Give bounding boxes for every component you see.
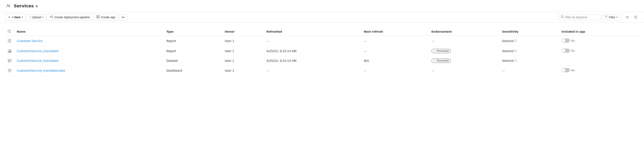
pipeline-button[interactable]: Create deployment pipeline: [47, 14, 92, 21]
svg-rect-10: [98, 17, 100, 18]
row-sensitivity-cell: General ⓘ: [500, 36, 559, 46]
row-included-in-app-cell: No: [559, 65, 639, 76]
dash: —: [432, 39, 434, 43]
item-type-icon: [8, 59, 12, 63]
dash: —: [364, 49, 367, 53]
row-sensitivity-cell: —: [500, 65, 559, 76]
row-endorsement-cell: —: [429, 65, 500, 76]
table-header-row: Name Type Owner Refreshed Next refresh E…: [5, 28, 639, 36]
dash: —: [432, 69, 434, 72]
new-button[interactable]: ＋ + New ▾: [5, 14, 26, 21]
filter-button[interactable]: Filter ▾: [602, 14, 620, 20]
sensitivity-label: General: [502, 39, 514, 43]
svg-rect-9: [96, 17, 98, 18]
svg-point-3: [52, 16, 53, 16]
row-next-refresh-cell: N/A: [361, 56, 429, 65]
item-name-link[interactable]: CustomerService_translated: [17, 59, 58, 62]
pipeline-label: Create deployment pipeline: [54, 16, 90, 19]
list-view-button[interactable]: [624, 14, 630, 21]
row-name-cell[interactable]: CustomerService_translated: [14, 46, 164, 56]
row-icon-cell: [5, 56, 14, 65]
toolbar: ＋ + New ▾ ↑ Upload ▾ Create deployment p…: [0, 12, 644, 23]
row-next-refresh-cell: —: [361, 46, 429, 56]
row-type-cell: Dataset: [164, 56, 222, 65]
col-sensitivity: Sensitivity: [500, 28, 559, 36]
plus-icon: ＋: [8, 15, 11, 19]
svg-line-12: [562, 18, 563, 18]
diamond-icon: ◆: [36, 4, 38, 8]
svg-rect-7: [96, 15, 98, 17]
row-endorsement-cell: —: [429, 36, 500, 46]
info-icon[interactable]: ⓘ: [514, 49, 517, 53]
item-name-link[interactable]: CustomerService_translated: [17, 49, 58, 53]
col-type: Type: [164, 28, 222, 36]
table-row: CustomerService_translatedDatasetUser 14…: [5, 56, 639, 65]
services-icon: [5, 3, 12, 9]
include-toggle-wrapper: No: [562, 68, 575, 72]
info-icon[interactable]: ⓘ: [514, 59, 517, 63]
search-box[interactable]: [558, 14, 600, 20]
row-included-in-app-cell: No: [559, 46, 639, 56]
sensitivity-label: General: [502, 49, 514, 53]
row-name-cell[interactable]: CustomerService_translated.pbix: [14, 65, 164, 76]
sensitivity-value: General ⓘ: [502, 39, 556, 43]
share-button[interactable]: [632, 14, 639, 21]
content-area: Name Type Owner Refreshed Next refresh E…: [0, 23, 644, 158]
col-name: Name: [14, 28, 164, 36]
include-toggle[interactable]: [562, 68, 570, 72]
row-type-cell: Report: [164, 36, 222, 46]
search-input[interactable]: [565, 16, 598, 19]
row-refreshed-cell: 4/25/23, 9:22:14 AM: [264, 46, 361, 56]
row-next-refresh-cell: —: [361, 65, 429, 76]
include-toggle-wrapper: No: [562, 38, 575, 43]
row-included-in-app-cell: No: [559, 36, 639, 46]
svg-point-2: [50, 16, 51, 17]
include-toggle-label: No: [571, 39, 575, 42]
col-owner: Owner: [222, 28, 264, 36]
create-app-button[interactable]: Create app: [94, 14, 118, 21]
svg-point-0: [7, 5, 8, 6]
row-owner-cell: User 1: [222, 65, 264, 76]
table-row: CustomerService_translatedReportUser 14/…: [5, 46, 639, 56]
svg-line-22: [635, 16, 636, 17]
col-next-refresh: Next refresh: [361, 28, 429, 36]
svg-point-4: [52, 17, 53, 18]
filter-icon: [605, 15, 608, 19]
row-endorsement-cell: ✓ Promoted: [429, 56, 500, 65]
svg-rect-32: [8, 51, 9, 52]
dash: —: [364, 69, 367, 72]
row-name-cell[interactable]: Customer Service: [14, 36, 164, 46]
include-toggle[interactable]: [562, 49, 570, 53]
item-type-icon: [8, 39, 12, 43]
col-included-in-app: Included in app: [559, 28, 639, 36]
include-toggle-wrapper: No: [562, 49, 575, 53]
item-name-link[interactable]: Customer Service: [17, 39, 43, 43]
promoted-label: Promoted: [437, 50, 449, 52]
svg-line-5: [51, 16, 52, 17]
info-icon[interactable]: ⓘ: [514, 39, 517, 43]
toolbar-divider: [622, 15, 622, 20]
include-toggle-label: No: [571, 69, 575, 72]
svg-line-6: [51, 17, 52, 18]
new-chevron: ▾: [22, 16, 23, 18]
upload-button[interactable]: ↑ Upload ▾: [26, 14, 46, 20]
svg-rect-34: [10, 50, 11, 52]
create-app-label: Create app: [101, 16, 115, 19]
row-refreshed-cell: 4/25/23, 9:22:14 AM: [264, 56, 361, 65]
more-button[interactable]: •••: [119, 14, 128, 20]
svg-rect-8: [98, 15, 100, 17]
checkmark-icon: ✓: [434, 59, 436, 62]
include-toggle[interactable]: [562, 38, 570, 43]
row-icon-cell: [5, 65, 14, 76]
col-endorsement: Endorsement: [429, 28, 500, 36]
toolbar-right: Filter ▾: [558, 14, 639, 21]
page-wrapper: Services ◆ ＋ + New ▾ ↑ Upload ▾: [0, 0, 644, 158]
sensitivity-label: General: [502, 59, 514, 62]
svg-rect-24: [8, 30, 10, 33]
item-name-link[interactable]: CustomerService_translated.pbix: [17, 69, 66, 72]
dash: —: [364, 39, 367, 43]
svg-point-19: [636, 16, 637, 17]
sensitivity-value: General ⓘ: [502, 49, 556, 53]
row-name-cell[interactable]: CustomerService_translated: [14, 56, 164, 65]
row-endorsement-cell: ✓ Promoted: [429, 46, 500, 56]
